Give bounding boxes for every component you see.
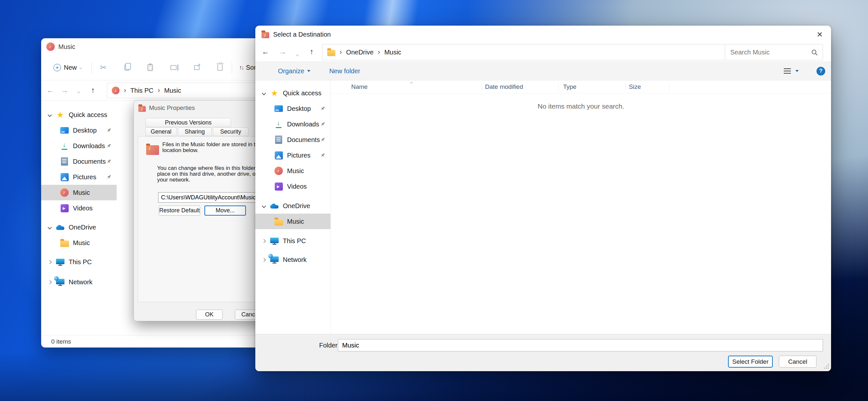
music-folder-icon [146,145,159,155]
copy-button[interactable] [115,64,138,71]
sidebar-item-downloads[interactable]: Downloads [255,116,331,132]
pictures-icon [61,173,69,181]
downloads-icon [61,142,68,150]
sidebar-item-music[interactable]: Music [255,163,331,179]
pin-icon [320,106,325,111]
sidebar-item-videos[interactable]: Videos [41,200,117,216]
videos-icon [275,182,283,191]
star-icon: ★ [271,89,278,97]
properties-titlebar[interactable]: Music Properties [134,101,273,115]
help-button[interactable]: ? [816,67,825,76]
up-button[interactable]: ↑ [86,86,100,95]
properties-title: Music Properties [149,105,195,112]
rename-button[interactable] [162,65,185,70]
network-icon [56,279,64,284]
caret-down-icon [796,70,799,72]
breadcrumb-separator: › [157,86,160,95]
explorer-window-title: Music [58,43,75,51]
new-button[interactable]: + New [54,64,82,71]
breadcrumb-separator: › [124,86,126,95]
destination-titlebar[interactable]: Select a Destination × [255,26,831,43]
back-button[interactable]: ← [258,47,273,56]
column-header-name[interactable]: Name [331,83,482,91]
caret-down-icon [307,70,310,72]
breadcrumb-item-onedrive[interactable]: OneDrive [346,49,373,56]
sidebar-item-quick-access[interactable]: ★ Quick access [41,107,117,122]
sidebar-item-onedrive-music[interactable]: Music [41,235,117,251]
paste-button[interactable] [138,64,162,71]
sidebar-item-this-pc[interactable]: This PC [41,254,117,270]
close-button[interactable]: × [813,28,826,40]
sidebar-item-network[interactable]: Network [41,274,117,290]
sidebar-item-network[interactable]: Network [255,252,331,267]
column-header-type[interactable]: Type [559,83,626,91]
breadcrumb-item-music[interactable]: Music [164,87,181,94]
sidebar-item-desktop[interactable]: Desktop [255,101,331,116]
sidebar-item-music[interactable]: Music [41,185,117,200]
sidebar-item-pictures[interactable]: Pictures [255,147,331,163]
breadcrumb[interactable]: › OneDrive › Music [322,44,787,60]
chevron-right-icon [262,258,266,262]
folder-icon [327,50,335,56]
search-input[interactable] [725,45,823,60]
search-box [725,44,823,60]
breadcrumb-separator: › [378,48,380,56]
move-button[interactable]: Move... [205,205,246,216]
sidebar-item-onedrive[interactable]: OneDrive [255,198,331,213]
location-body-text: You can change where files in this folde… [157,165,265,183]
forward-button[interactable]: → [275,47,290,56]
delete-button[interactable] [208,65,232,71]
breadcrumb-item-this-pc[interactable]: This PC [130,87,153,94]
forward-button[interactable]: → [57,86,72,95]
view-button[interactable] [784,68,799,74]
sidebar-item-videos[interactable]: Videos [255,179,331,194]
breadcrumb-item-music[interactable]: Music [384,49,401,56]
chevron-right-icon [48,280,52,284]
folder-icon [274,219,283,226]
select-folder-button[interactable]: Select Folder [728,355,773,368]
recent-locations-button[interactable] [72,86,86,95]
folder-name-input[interactable] [338,339,823,351]
cut-button[interactable]: ✂ [92,63,115,72]
explorer-sidebar: ★ Quick access Desktop Downloads Documen… [41,101,117,335]
trash-icon [217,65,223,71]
chevron-down-icon [262,204,266,208]
items-count: 0 items [51,338,71,345]
sidebar-item-onedrive[interactable]: OneDrive [41,220,117,235]
column-header-size[interactable]: Size [626,83,670,91]
downloads-icon [275,120,282,128]
videos-icon [61,204,69,212]
paste-icon [148,64,153,71]
tab-sharing[interactable]: Sharing [178,127,212,136]
tab-previous-versions[interactable]: Previous Versions [146,118,231,127]
tab-security[interactable]: Security [213,127,249,136]
music-icon [274,167,283,175]
new-folder-button[interactable]: New folder [329,67,360,75]
recent-locations-button[interactable] [290,49,305,58]
resize-grip[interactable] [824,364,829,369]
back-button[interactable]: ← [43,86,57,95]
ok-button[interactable]: OK [196,310,223,320]
restore-default-button[interactable]: Restore Default [159,205,200,216]
tab-general[interactable]: General [146,127,177,136]
sidebar-item-documents[interactable]: Documents [255,132,331,147]
sidebar-item-pictures[interactable]: Pictures [41,169,117,185]
chevron-down-icon [78,90,80,93]
pin-icon [320,121,325,127]
up-button[interactable]: ↑ [305,47,319,56]
sidebar-item-desktop[interactable]: Desktop [41,122,117,138]
search-icon [811,49,818,56]
sidebar-item-downloads[interactable]: Downloads [41,138,117,154]
cancel-button[interactable]: Cancel [779,355,816,368]
network-icon [270,256,279,262]
organize-button[interactable]: Organize [278,67,310,75]
sidebar-item-quick-access[interactable]: ★ Quick access [255,85,331,101]
location-intro-text: Files in the Music folder are stored in … [162,142,270,153]
breadcrumb-separator: › [340,48,342,56]
sidebar-item-onedrive-music[interactable]: Music [255,213,331,229]
sidebar-item-documents[interactable]: Documents [41,154,117,169]
chevron-down-icon [80,66,82,69]
share-button[interactable] [185,65,208,70]
sidebar-item-this-pc[interactable]: This PC [255,233,331,249]
column-header-date-modified[interactable]: Date modified [482,83,559,91]
